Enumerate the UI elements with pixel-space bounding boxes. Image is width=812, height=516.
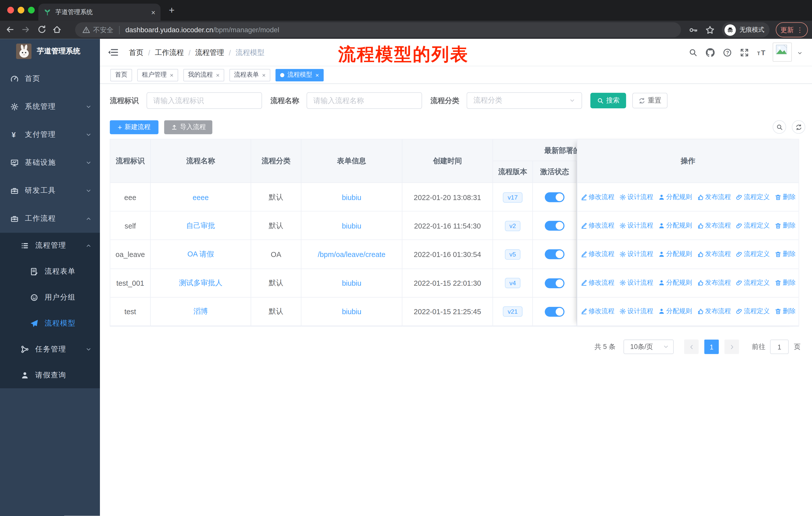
goto-page-input[interactable] (770, 340, 789, 354)
sidebar-item-system[interactable]: 系统管理 (0, 93, 100, 121)
action-edit-link[interactable]: 修改流程 (580, 250, 614, 259)
search-icon[interactable] (689, 48, 697, 57)
search-button[interactable]: 搜索 (590, 93, 626, 108)
action-edit-link[interactable]: 修改流程 (580, 307, 614, 316)
action-geara-link[interactable]: 设计流程 (619, 250, 654, 259)
action-personf-link[interactable]: 分配规则 (658, 193, 692, 201)
process-name-input[interactable] (307, 92, 422, 109)
action-personf-link[interactable]: 分配规则 (658, 250, 692, 259)
action-geara-link[interactable]: 设计流程 (619, 307, 654, 316)
minimize-window-button[interactable] (18, 7, 24, 13)
process-name-link[interactable]: eeee (193, 193, 209, 201)
forward-icon[interactable] (21, 25, 30, 34)
form-link[interactable]: biubiu (342, 308, 361, 316)
sidebar-logo[interactable]: 芋道管理系统 (0, 39, 100, 64)
back-icon[interactable] (5, 25, 14, 34)
process-name-link[interactable]: 测试多审批人 (179, 278, 223, 288)
new-tab-button[interactable]: + (169, 5, 175, 16)
next-page-button[interactable] (724, 340, 739, 354)
browser-tab[interactable]: 芋道管理系统 × (38, 3, 161, 21)
action-deploy-link[interactable]: 发布流程 (697, 278, 731, 287)
collapse-sidebar-icon[interactable] (108, 48, 118, 56)
bookmark-star-icon[interactable] (705, 25, 715, 35)
active-toggle[interactable] (545, 192, 564, 202)
action-geara-link[interactable]: 设计流程 (619, 221, 654, 230)
avatar[interactable] (773, 43, 792, 62)
active-toggle[interactable] (545, 221, 564, 231)
tab-tenant[interactable]: 租户管理× (137, 69, 178, 81)
close-tag-icon[interactable]: × (262, 72, 265, 78)
new-process-button[interactable]: + 新建流程 (110, 120, 158, 134)
action-edit-link[interactable]: 修改流程 (580, 278, 614, 287)
user-menu-caret-icon[interactable] (797, 50, 803, 56)
close-tab-icon[interactable]: × (151, 8, 155, 16)
breadcrumb-item[interactable]: 工作流程 (155, 48, 184, 57)
tab-process-model[interactable]: 流程模型× (276, 69, 324, 81)
action-edit-link[interactable]: 修改流程 (580, 193, 614, 201)
sidebar-item-devtools[interactable]: 研发工具 (0, 177, 100, 205)
action-deploy-link[interactable]: 发布流程 (697, 307, 731, 316)
browser-menu-icon[interactable]: ⋮ (796, 26, 803, 34)
action-clip-link[interactable]: 流程定义 (736, 250, 770, 259)
action-trash-link[interactable]: 删除 (775, 221, 795, 230)
font-size-icon[interactable]: TT (757, 48, 766, 57)
address-bar[interactable]: 不安全 dashboard.yudao.iocoder.cn /bpm/mana… (75, 22, 681, 37)
action-trash-link[interactable]: 删除 (775, 278, 795, 287)
sidebar-item-process-form[interactable]: 流程表单 (0, 259, 100, 285)
form-link[interactable]: biubiu (342, 193, 361, 201)
breadcrumb-item[interactable]: 流程管理 (195, 48, 224, 57)
home-icon[interactable] (52, 25, 62, 34)
action-deploy-link[interactable]: 发布流程 (697, 250, 731, 259)
github-icon[interactable] (706, 48, 715, 57)
sidebar-item-process-model[interactable]: 流程模型 (0, 310, 100, 336)
current-page-button[interactable]: 1 (704, 340, 719, 354)
password-key-icon[interactable] (689, 25, 698, 35)
close-tag-icon[interactable]: × (315, 72, 319, 78)
process-key-input[interactable] (146, 92, 262, 109)
form-link[interactable]: biubiu (342, 279, 361, 287)
action-clip-link[interactable]: 流程定义 (736, 193, 770, 201)
close-tag-icon[interactable]: × (216, 72, 220, 78)
tab-my-process[interactable]: 我的流程× (183, 69, 224, 81)
sidebar-item-payment[interactable]: ¥支付管理 (0, 121, 100, 148)
process-name-link[interactable]: OA 请假 (187, 250, 214, 259)
import-process-button[interactable]: 导入流程 (164, 120, 212, 134)
sidebar-item-infra[interactable]: 基础设施 (0, 148, 100, 176)
fullscreen-icon[interactable] (740, 48, 749, 57)
action-clip-link[interactable]: 流程定义 (736, 278, 770, 287)
action-clip-link[interactable]: 流程定义 (736, 221, 770, 230)
sidebar-item-leave-query[interactable]: 请假查询 (0, 362, 100, 388)
tab-home[interactable]: 首页 (110, 69, 132, 81)
form-link[interactable]: /bpm/oa/leave/create (318, 250, 385, 259)
action-personf-link[interactable]: 分配规则 (658, 221, 692, 230)
action-clip-link[interactable]: 流程定义 (736, 307, 770, 316)
action-trash-link[interactable]: 删除 (775, 307, 795, 316)
reload-icon[interactable] (37, 25, 47, 34)
toggle-search-button[interactable] (773, 120, 786, 134)
refresh-table-button[interactable] (792, 120, 805, 134)
process-category-select[interactable]: 流程分类 (467, 92, 582, 109)
sidebar-item-process-management[interactable]: 流程管理 (0, 233, 100, 259)
action-geara-link[interactable]: 设计流程 (619, 193, 654, 201)
action-personf-link[interactable]: 分配规则 (658, 307, 692, 316)
form-link[interactable]: biubiu (342, 222, 361, 230)
prev-page-button[interactable] (684, 340, 699, 354)
action-deploy-link[interactable]: 发布流程 (697, 193, 731, 201)
action-personf-link[interactable]: 分配规则 (658, 278, 692, 287)
breadcrumb-item[interactable]: 首页 (129, 48, 143, 57)
close-tag-icon[interactable]: × (170, 72, 173, 78)
action-trash-link[interactable]: 删除 (775, 250, 795, 259)
sidebar-item-workflow[interactable]: 工作流程 (0, 205, 100, 233)
action-deploy-link[interactable]: 发布流程 (697, 221, 731, 230)
reset-button[interactable]: 重置 (632, 93, 668, 108)
active-toggle[interactable] (545, 307, 564, 317)
action-geara-link[interactable]: 设计流程 (619, 278, 654, 287)
active-toggle[interactable] (545, 278, 564, 288)
action-trash-link[interactable]: 删除 (775, 193, 795, 201)
sidebar-item-user-group[interactable]: 用户分组 (0, 285, 100, 311)
help-icon[interactable]: ? (723, 48, 732, 57)
active-toggle[interactable] (545, 250, 564, 260)
sidebar-item-task-management[interactable]: 任务管理 (0, 336, 100, 362)
chrome-update-button[interactable]: 更新 ⋮ (776, 22, 808, 37)
close-window-button[interactable] (7, 7, 14, 13)
